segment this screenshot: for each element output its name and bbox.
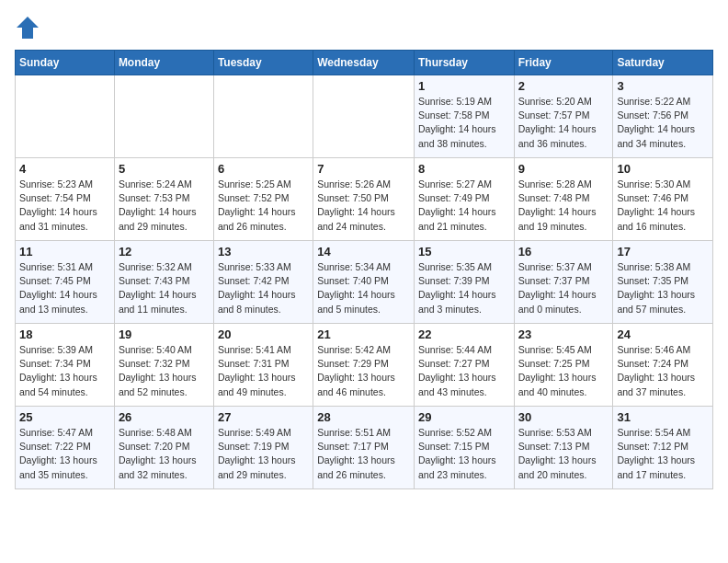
day-info: Sunrise: 5:23 AMSunset: 7:54 PMDaylight:… xyxy=(19,178,110,234)
day-info: Sunrise: 5:37 AMSunset: 7:37 PMDaylight:… xyxy=(518,260,609,316)
day-header-thursday: Thursday xyxy=(414,51,514,75)
day-number: 22 xyxy=(418,327,510,341)
calendar-cell: 22Sunrise: 5:44 AMSunset: 7:27 PMDayligh… xyxy=(414,324,514,407)
calendar-cell: 21Sunrise: 5:42 AMSunset: 7:29 PMDayligh… xyxy=(313,324,415,407)
day-info: Sunrise: 5:32 AMSunset: 7:43 PMDaylight:… xyxy=(119,260,210,316)
svg-marker-0 xyxy=(17,17,39,39)
day-info: Sunrise: 5:54 AMSunset: 7:12 PMDaylight:… xyxy=(617,426,709,482)
day-info: Sunrise: 5:51 AMSunset: 7:17 PMDaylight:… xyxy=(317,426,410,482)
calendar-cell: 16Sunrise: 5:37 AMSunset: 7:37 PMDayligh… xyxy=(514,241,613,324)
calendar-cell: 9Sunrise: 5:28 AMSunset: 7:48 PMDaylight… xyxy=(514,158,613,241)
calendar-cell: 12Sunrise: 5:32 AMSunset: 7:43 PMDayligh… xyxy=(114,241,213,324)
day-header-saturday: Saturday xyxy=(613,51,713,75)
day-number: 31 xyxy=(617,410,709,424)
day-info: Sunrise: 5:38 AMSunset: 7:35 PMDaylight:… xyxy=(617,260,709,316)
day-info: Sunrise: 5:35 AMSunset: 7:39 PMDaylight:… xyxy=(418,260,510,316)
calendar-cell: 27Sunrise: 5:49 AMSunset: 7:19 PMDayligh… xyxy=(213,407,313,489)
calendar-cell: 28Sunrise: 5:51 AMSunset: 7:17 PMDayligh… xyxy=(313,407,415,489)
day-number: 23 xyxy=(518,327,609,341)
day-info: Sunrise: 5:48 AMSunset: 7:20 PMDaylight:… xyxy=(119,426,210,482)
calendar-cell: 1Sunrise: 5:19 AMSunset: 7:58 PMDaylight… xyxy=(414,75,514,158)
calendar-table: SundayMondayTuesdayWednesdayThursdayFrid… xyxy=(15,50,713,489)
calendar-cell: 6Sunrise: 5:25 AMSunset: 7:52 PMDaylight… xyxy=(213,158,313,241)
day-info: Sunrise: 5:27 AMSunset: 7:49 PMDaylight:… xyxy=(418,178,510,234)
day-number: 5 xyxy=(119,162,210,176)
day-info: Sunrise: 5:33 AMSunset: 7:42 PMDaylight:… xyxy=(218,260,309,316)
calendar-cell: 14Sunrise: 5:34 AMSunset: 7:40 PMDayligh… xyxy=(313,241,415,324)
calendar-cell: 8Sunrise: 5:27 AMSunset: 7:49 PMDaylight… xyxy=(414,158,514,241)
day-info: Sunrise: 5:22 AMSunset: 7:56 PMDaylight:… xyxy=(617,95,709,151)
day-info: Sunrise: 5:40 AMSunset: 7:32 PMDaylight:… xyxy=(119,343,210,399)
day-number: 27 xyxy=(218,410,309,424)
day-number: 25 xyxy=(19,410,110,424)
day-info: Sunrise: 5:49 AMSunset: 7:19 PMDaylight:… xyxy=(218,426,309,482)
day-number: 8 xyxy=(418,162,510,176)
day-info: Sunrise: 5:30 AMSunset: 7:46 PMDaylight:… xyxy=(617,178,709,234)
day-info: Sunrise: 5:20 AMSunset: 7:57 PMDaylight:… xyxy=(518,95,609,151)
calendar-cell: 25Sunrise: 5:47 AMSunset: 7:22 PMDayligh… xyxy=(16,407,115,489)
calendar-week-5: 25Sunrise: 5:47 AMSunset: 7:22 PMDayligh… xyxy=(16,407,713,489)
day-number: 6 xyxy=(218,162,309,176)
logo-icon xyxy=(15,15,40,40)
day-info: Sunrise: 5:24 AMSunset: 7:53 PMDaylight:… xyxy=(119,178,210,234)
calendar-cell: 7Sunrise: 5:26 AMSunset: 7:50 PMDaylight… xyxy=(313,158,415,241)
day-info: Sunrise: 5:34 AMSunset: 7:40 PMDaylight:… xyxy=(317,260,410,316)
calendar-cell: 15Sunrise: 5:35 AMSunset: 7:39 PMDayligh… xyxy=(414,241,514,324)
calendar-cell xyxy=(213,75,313,158)
calendar-cell xyxy=(114,75,213,158)
calendar-cell: 19Sunrise: 5:40 AMSunset: 7:32 PMDayligh… xyxy=(114,324,213,407)
day-header-sunday: Sunday xyxy=(16,51,115,75)
day-number: 1 xyxy=(418,79,510,93)
calendar-cell: 29Sunrise: 5:52 AMSunset: 7:15 PMDayligh… xyxy=(414,407,514,489)
calendar-week-1: 1Sunrise: 5:19 AMSunset: 7:58 PMDaylight… xyxy=(16,75,713,158)
day-info: Sunrise: 5:31 AMSunset: 7:45 PMDaylight:… xyxy=(19,260,110,316)
day-header-friday: Friday xyxy=(514,51,613,75)
day-info: Sunrise: 5:25 AMSunset: 7:52 PMDaylight:… xyxy=(218,178,309,234)
day-number: 17 xyxy=(617,245,709,259)
calendar-cell: 4Sunrise: 5:23 AMSunset: 7:54 PMDaylight… xyxy=(16,158,115,241)
day-number: 13 xyxy=(218,245,309,259)
calendar-cell: 17Sunrise: 5:38 AMSunset: 7:35 PMDayligh… xyxy=(613,241,713,324)
day-info: Sunrise: 5:28 AMSunset: 7:48 PMDaylight:… xyxy=(518,178,609,234)
day-number: 20 xyxy=(218,327,309,341)
day-number: 12 xyxy=(119,245,210,259)
day-header-tuesday: Tuesday xyxy=(213,51,313,75)
day-number: 7 xyxy=(317,162,410,176)
calendar-week-2: 4Sunrise: 5:23 AMSunset: 7:54 PMDaylight… xyxy=(16,158,713,241)
calendar-cell: 31Sunrise: 5:54 AMSunset: 7:12 PMDayligh… xyxy=(613,407,713,489)
day-info: Sunrise: 5:39 AMSunset: 7:34 PMDaylight:… xyxy=(19,343,110,399)
day-number: 9 xyxy=(518,162,609,176)
calendar-cell: 30Sunrise: 5:53 AMSunset: 7:13 PMDayligh… xyxy=(514,407,613,489)
calendar-cell: 18Sunrise: 5:39 AMSunset: 7:34 PMDayligh… xyxy=(16,324,115,407)
day-number: 30 xyxy=(518,410,609,424)
day-number: 21 xyxy=(317,327,410,341)
day-header-monday: Monday xyxy=(114,51,213,75)
page-header xyxy=(15,15,713,40)
calendar-cell: 13Sunrise: 5:33 AMSunset: 7:42 PMDayligh… xyxy=(213,241,313,324)
day-number: 10 xyxy=(617,162,709,176)
calendar-cell: 20Sunrise: 5:41 AMSunset: 7:31 PMDayligh… xyxy=(213,324,313,407)
day-number: 14 xyxy=(317,245,410,259)
day-info: Sunrise: 5:44 AMSunset: 7:27 PMDaylight:… xyxy=(418,343,510,399)
day-info: Sunrise: 5:46 AMSunset: 7:24 PMDaylight:… xyxy=(617,343,709,399)
day-number: 24 xyxy=(617,327,709,341)
calendar-week-3: 11Sunrise: 5:31 AMSunset: 7:45 PMDayligh… xyxy=(16,241,713,324)
calendar-cell: 23Sunrise: 5:45 AMSunset: 7:25 PMDayligh… xyxy=(514,324,613,407)
calendar-cell: 10Sunrise: 5:30 AMSunset: 7:46 PMDayligh… xyxy=(613,158,713,241)
calendar-cell xyxy=(16,75,115,158)
calendar-header-row: SundayMondayTuesdayWednesdayThursdayFrid… xyxy=(16,51,713,75)
day-info: Sunrise: 5:19 AMSunset: 7:58 PMDaylight:… xyxy=(418,95,510,151)
calendar-week-4: 18Sunrise: 5:39 AMSunset: 7:34 PMDayligh… xyxy=(16,324,713,407)
day-number: 11 xyxy=(19,245,110,259)
day-number: 18 xyxy=(19,327,110,341)
calendar-cell xyxy=(313,75,415,158)
day-info: Sunrise: 5:26 AMSunset: 7:50 PMDaylight:… xyxy=(317,178,410,234)
calendar-cell: 24Sunrise: 5:46 AMSunset: 7:24 PMDayligh… xyxy=(613,324,713,407)
day-number: 4 xyxy=(19,162,110,176)
day-number: 16 xyxy=(518,245,609,259)
day-info: Sunrise: 5:45 AMSunset: 7:25 PMDaylight:… xyxy=(518,343,609,399)
calendar-cell: 11Sunrise: 5:31 AMSunset: 7:45 PMDayligh… xyxy=(16,241,115,324)
day-number: 26 xyxy=(119,410,210,424)
day-number: 29 xyxy=(418,410,510,424)
calendar-cell: 2Sunrise: 5:20 AMSunset: 7:57 PMDaylight… xyxy=(514,75,613,158)
